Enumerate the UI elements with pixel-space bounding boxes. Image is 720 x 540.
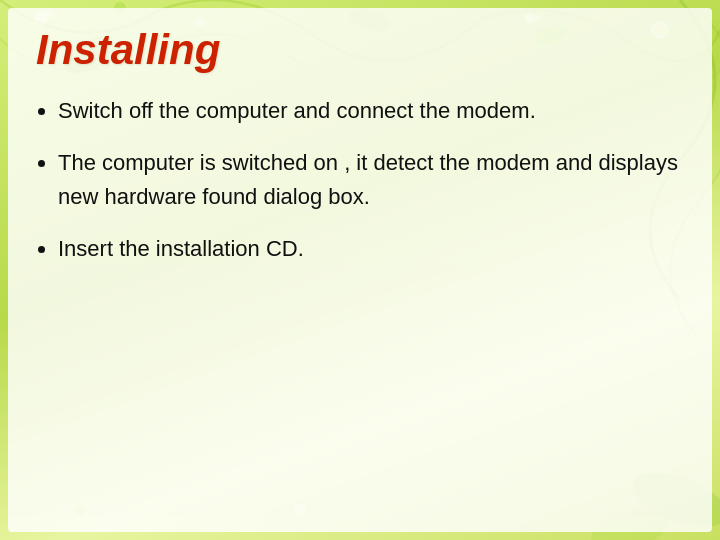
bullet-item-1: Switch off the computer and connect the … [58, 94, 684, 128]
bullet-item-3: Insert the installation CD. [58, 232, 684, 266]
bullet-item-2: The computer is switched on , it detect … [58, 146, 684, 214]
content-area: Installing Switch off the computer and c… [8, 8, 712, 532]
bullet-list: Switch off the computer and connect the … [8, 84, 712, 294]
page-title: Installing [8, 8, 712, 84]
